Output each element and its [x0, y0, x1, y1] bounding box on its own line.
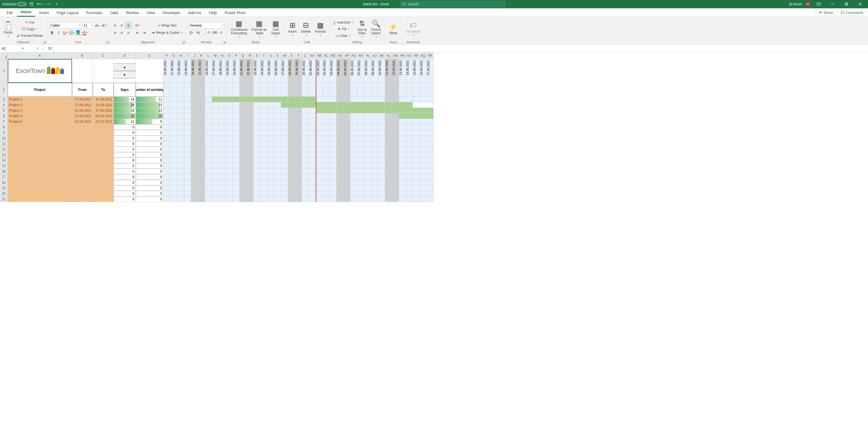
gantt-cell[interactable]	[385, 141, 392, 147]
gantt-cell[interactable]	[240, 113, 247, 119]
gantt-cell[interactable]	[316, 152, 323, 158]
gantt-cell[interactable]	[364, 174, 371, 180]
gantt-cell[interactable]	[163, 102, 170, 108]
gantt-cell[interactable]	[350, 180, 358, 185]
gantt-cell[interactable]	[427, 97, 434, 102]
date-header-cell[interactable]: 31.08.2021	[309, 59, 316, 83]
gantt-cell[interactable]	[288, 135, 295, 141]
gantt-cell[interactable]	[337, 191, 344, 196]
column-header[interactable]: L	[205, 52, 212, 59]
days-cell[interactable]: 0	[114, 174, 136, 180]
column-header[interactable]: E	[136, 52, 163, 59]
to-date-cell[interactable]	[93, 135, 114, 141]
column-header[interactable]: N	[219, 52, 226, 59]
gantt-cell[interactable]	[330, 158, 337, 163]
gantt-cell[interactable]	[350, 158, 358, 163]
gantt-cell[interactable]	[350, 163, 358, 169]
gantt-cell[interactable]	[184, 135, 191, 141]
gantt-cell[interactable]	[344, 191, 350, 196]
from-date-cell[interactable]: 13.09.2021	[72, 113, 93, 119]
from-date-cell[interactable]	[72, 130, 93, 135]
gantt-cell[interactable]	[330, 124, 337, 130]
gantt-cell[interactable]	[309, 102, 316, 108]
gantt-cell[interactable]	[184, 83, 191, 97]
gantt-cell[interactable]	[219, 124, 226, 130]
gantt-cell[interactable]	[267, 119, 274, 124]
formula-expand-icon[interactable]: ⋮	[29, 44, 34, 52]
date-header-cell[interactable]: 01.09.2021	[316, 59, 323, 83]
gantt-cell[interactable]	[219, 163, 226, 169]
row-header[interactable]: 21	[0, 196, 8, 202]
gantt-cell[interactable]	[323, 102, 330, 108]
gantt-cell[interactable]	[350, 191, 358, 196]
gantt-cell[interactable]	[219, 185, 226, 191]
gantt-cell[interactable]	[350, 83, 358, 97]
gantt-cell[interactable]	[198, 152, 205, 158]
date-header-cell[interactable]: 09.09.2021	[371, 59, 378, 83]
gantt-cell[interactable]	[358, 185, 364, 191]
tab-home[interactable]: Home	[17, 8, 35, 17]
project-name-cell[interactable]: Project 4	[8, 113, 72, 119]
gantt-cell[interactable]	[198, 135, 205, 141]
increase-font-icon[interactable]: A▲	[94, 23, 100, 29]
gantt-cell[interactable]	[247, 169, 253, 174]
gantt-cell[interactable]	[399, 135, 406, 141]
gantt-cell[interactable]	[330, 113, 337, 119]
gantt-cell[interactable]	[406, 83, 413, 97]
close-icon[interactable]	[855, 0, 866, 8]
gantt-cell[interactable]	[281, 141, 288, 147]
gantt-cell[interactable]	[170, 196, 177, 202]
gantt-cell[interactable]	[219, 97, 226, 102]
gantt-cell[interactable]	[350, 119, 358, 124]
gantt-cell[interactable]	[309, 108, 316, 113]
to-date-cell[interactable]	[93, 158, 114, 163]
date-header-cell[interactable]: 30.08.2021	[302, 59, 309, 83]
column-header[interactable]: Y	[295, 52, 302, 59]
from-date-cell[interactable]	[72, 124, 93, 130]
cell[interactable]	[93, 59, 114, 83]
gantt-cell[interactable]	[184, 97, 191, 102]
gantt-cell[interactable]	[260, 108, 267, 113]
from-date-cell[interactable]	[72, 141, 93, 147]
row-header[interactable]: 8	[0, 124, 8, 130]
column-header[interactable]: AN	[399, 52, 406, 59]
gantt-cell[interactable]	[330, 135, 337, 141]
number-dialog-launcher[interactable]: ◢	[223, 40, 226, 44]
gantt-cell[interactable]	[253, 97, 260, 102]
gantt-cell[interactable]	[233, 83, 240, 97]
date-header-cell[interactable]: 04.09.2021	[337, 59, 344, 83]
gantt-cell[interactable]	[350, 141, 358, 147]
gantt-cell[interactable]	[406, 108, 413, 113]
column-header[interactable]: AF	[344, 52, 350, 59]
gantt-cell[interactable]	[344, 113, 350, 119]
gantt-cell[interactable]	[413, 174, 420, 180]
gantt-cell[interactable]	[260, 130, 267, 135]
gantt-cell[interactable]	[205, 147, 212, 152]
gantt-cell[interactable]	[226, 113, 233, 119]
gantt-cell[interactable]	[295, 108, 302, 113]
gantt-cell[interactable]	[420, 102, 427, 108]
workdays-cell[interactable]: 0	[136, 191, 163, 196]
days-cell[interactable]: 0	[114, 169, 136, 174]
gantt-cell[interactable]	[288, 147, 295, 152]
gantt-cell[interactable]	[240, 119, 247, 124]
gantt-cell[interactable]	[233, 119, 240, 124]
from-date-cell[interactable]	[72, 191, 93, 196]
gantt-cell[interactable]	[385, 130, 392, 135]
align-right-icon[interactable]: ≡	[125, 30, 131, 36]
gantt-cell[interactable]	[281, 147, 288, 152]
gantt-cell[interactable]	[323, 196, 330, 202]
from-date-cell[interactable]	[72, 169, 93, 174]
gantt-cell[interactable]	[212, 113, 219, 119]
gantt-cell[interactable]	[385, 108, 392, 113]
gantt-cell[interactable]	[413, 119, 420, 124]
gantt-cell[interactable]	[212, 141, 219, 147]
gantt-cell[interactable]	[191, 163, 198, 169]
workdays-cell[interactable]: 0	[136, 185, 163, 191]
minimize-icon[interactable]	[827, 0, 838, 8]
gantt-cell[interactable]	[385, 174, 392, 180]
gantt-cell[interactable]	[344, 185, 350, 191]
gantt-cell[interactable]	[420, 141, 427, 147]
date-header-cell[interactable]: 24.08.2021	[260, 59, 267, 83]
gantt-cell[interactable]	[267, 174, 274, 180]
